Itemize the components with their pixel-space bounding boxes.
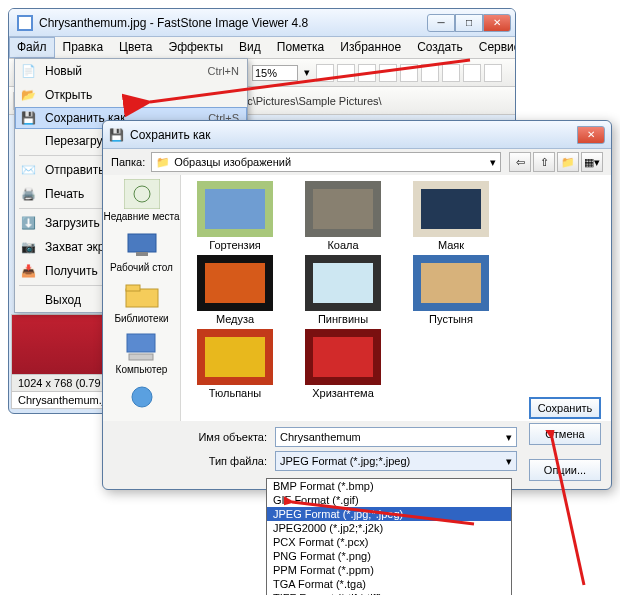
thumb-caption: Маяк bbox=[438, 239, 464, 251]
thumb-image bbox=[305, 181, 381, 237]
capture-icon: 📷 bbox=[19, 238, 37, 256]
menu-item-open[interactable]: 📂 Открыть bbox=[15, 83, 247, 107]
menu-create[interactable]: Создать bbox=[409, 37, 471, 58]
zoom-dropdown-icon[interactable]: ▾ bbox=[304, 66, 310, 79]
thumb-image bbox=[197, 181, 273, 237]
menu-view[interactable]: Вид bbox=[231, 37, 269, 58]
menu-edit[interactable]: Правка bbox=[55, 37, 112, 58]
app-icon bbox=[17, 15, 33, 31]
save-icon: 💾 bbox=[109, 128, 124, 142]
send-icon: ✉️ bbox=[19, 161, 37, 179]
svg-rect-20 bbox=[313, 263, 373, 303]
tool-icon[interactable] bbox=[337, 64, 355, 82]
place-computer[interactable]: Компьютер bbox=[116, 332, 168, 375]
filename-field[interactable]: Chrysanthemum ▾ bbox=[275, 427, 517, 447]
svg-rect-9 bbox=[129, 354, 153, 360]
svg-rect-16 bbox=[421, 189, 481, 229]
thumb-caption: Пустыня bbox=[429, 313, 473, 325]
file-thumb[interactable]: Коала bbox=[295, 181, 391, 251]
file-thumb[interactable]: Пустыня bbox=[403, 255, 499, 325]
close-button[interactable]: ✕ bbox=[483, 14, 511, 32]
thumb-image bbox=[305, 255, 381, 311]
svg-rect-26 bbox=[313, 337, 373, 377]
format-option[interactable]: BMP Format (*.bmp) bbox=[267, 479, 511, 493]
menu-effects[interactable]: Эффекты bbox=[161, 37, 232, 58]
svg-rect-1 bbox=[19, 17, 31, 29]
format-option[interactable]: TIFF Format (*.tif;*.tiff) bbox=[267, 591, 511, 595]
svg-rect-18 bbox=[205, 263, 265, 303]
format-option[interactable]: PPM Format (*.ppm) bbox=[267, 563, 511, 577]
thumb-image bbox=[305, 329, 381, 385]
place-network[interactable] bbox=[124, 383, 160, 413]
dialog-location-bar: Папка: 📁 Образцы изображений ▾ ⇦ ⇧ 📁 ▦▾ bbox=[103, 149, 611, 175]
place-recent[interactable]: Недавние места bbox=[103, 179, 179, 222]
menu-file[interactable]: Файл bbox=[9, 37, 55, 58]
up-button[interactable]: ⇧ bbox=[533, 152, 555, 172]
format-option[interactable]: JPEG Format (*.jpg;*.jpeg) bbox=[267, 507, 511, 521]
place-desktop[interactable]: Рабочий стол bbox=[110, 230, 173, 273]
tool-icon[interactable] bbox=[358, 64, 376, 82]
new-icon: 📄 bbox=[19, 62, 37, 80]
file-thumb[interactable]: Гортензия bbox=[187, 181, 283, 251]
format-option[interactable]: PNG Format (*.png) bbox=[267, 549, 511, 563]
back-button[interactable]: ⇦ bbox=[509, 152, 531, 172]
save-as-dialog: 💾 Сохранить как ✕ Папка: 📁 Образцы изобр… bbox=[102, 120, 612, 490]
filename-label: Имя объекта: bbox=[189, 431, 267, 443]
place-libraries[interactable]: Библиотеки bbox=[114, 281, 168, 324]
menu-item-new[interactable]: 📄 Новый Ctrl+N bbox=[15, 59, 247, 83]
file-thumb[interactable]: Медуза bbox=[187, 255, 283, 325]
svg-rect-24 bbox=[205, 337, 265, 377]
file-thumb[interactable]: Тюльпаны bbox=[187, 329, 283, 399]
tool-icon[interactable] bbox=[442, 64, 460, 82]
svg-rect-22 bbox=[421, 263, 481, 303]
tool-icon[interactable] bbox=[463, 64, 481, 82]
tool-icon[interactable] bbox=[379, 64, 397, 82]
svg-rect-6 bbox=[126, 289, 158, 307]
tool-icon[interactable] bbox=[421, 64, 439, 82]
format-option[interactable]: GIF Format (*.gif) bbox=[267, 493, 511, 507]
file-thumb[interactable]: Маяк bbox=[403, 181, 499, 251]
minimize-button[interactable]: ─ bbox=[427, 14, 455, 32]
dropdown-arrow-icon: ▾ bbox=[490, 156, 496, 169]
window-title: Chrysanthemum.jpg - FastStone Image View… bbox=[39, 16, 308, 30]
options-button[interactable]: Опции... bbox=[529, 459, 601, 481]
file-thumb[interactable]: Хризантема bbox=[295, 329, 391, 399]
filetype-field[interactable]: JPEG Format (*.jpg;*.jpeg) ▾ bbox=[275, 451, 517, 471]
format-option[interactable]: PCX Format (*.pcx) bbox=[267, 535, 511, 549]
main-titlebar[interactable]: Chrysanthemum.jpg - FastStone Image View… bbox=[9, 9, 515, 37]
dialog-close-button[interactable]: ✕ bbox=[577, 126, 605, 144]
folder-combo[interactable]: 📁 Образцы изображений ▾ bbox=[151, 152, 501, 172]
places-sidebar: Недавние места Рабочий стол Библиотеки К… bbox=[103, 175, 181, 421]
format-option[interactable]: JPEG2000 (*.jp2;*.j2k) bbox=[267, 521, 511, 535]
view-menu-button[interactable]: ▦▾ bbox=[581, 152, 603, 172]
tool-icon[interactable] bbox=[316, 64, 334, 82]
svg-rect-4 bbox=[128, 234, 156, 252]
thumb-image bbox=[197, 329, 273, 385]
tool-icon[interactable] bbox=[400, 64, 418, 82]
format-option[interactable]: TGA Format (*.tga) bbox=[267, 577, 511, 591]
menu-fav[interactable]: Избранное bbox=[332, 37, 409, 58]
save-button[interactable]: Сохранить bbox=[529, 397, 601, 419]
svg-rect-7 bbox=[126, 285, 140, 291]
menu-tag[interactable]: Пометка bbox=[269, 37, 333, 58]
zoom-input[interactable] bbox=[252, 65, 298, 81]
cancel-button[interactable]: Отмена bbox=[529, 423, 601, 445]
thumb-caption: Медуза bbox=[216, 313, 254, 325]
svg-rect-14 bbox=[313, 189, 373, 229]
svg-rect-8 bbox=[127, 334, 155, 352]
svg-point-10 bbox=[132, 387, 152, 407]
download-icon: ⬇️ bbox=[19, 214, 37, 232]
svg-rect-5 bbox=[136, 252, 148, 256]
thumb-caption: Коала bbox=[327, 239, 358, 251]
menu-service[interactable]: Сервис bbox=[471, 37, 516, 58]
print-icon: 🖨️ bbox=[19, 185, 37, 203]
preview-thumb[interactable] bbox=[11, 314, 111, 374]
filetype-label: Тип файла: bbox=[189, 455, 267, 467]
tool-icon[interactable] bbox=[484, 64, 502, 82]
dialog-titlebar[interactable]: 💾 Сохранить как ✕ bbox=[103, 121, 611, 149]
file-thumb[interactable]: Пингвины bbox=[295, 255, 391, 325]
svg-rect-12 bbox=[205, 189, 265, 229]
menu-colors[interactable]: Цвета bbox=[111, 37, 160, 58]
maximize-button[interactable]: □ bbox=[455, 14, 483, 32]
new-folder-button[interactable]: 📁 bbox=[557, 152, 579, 172]
